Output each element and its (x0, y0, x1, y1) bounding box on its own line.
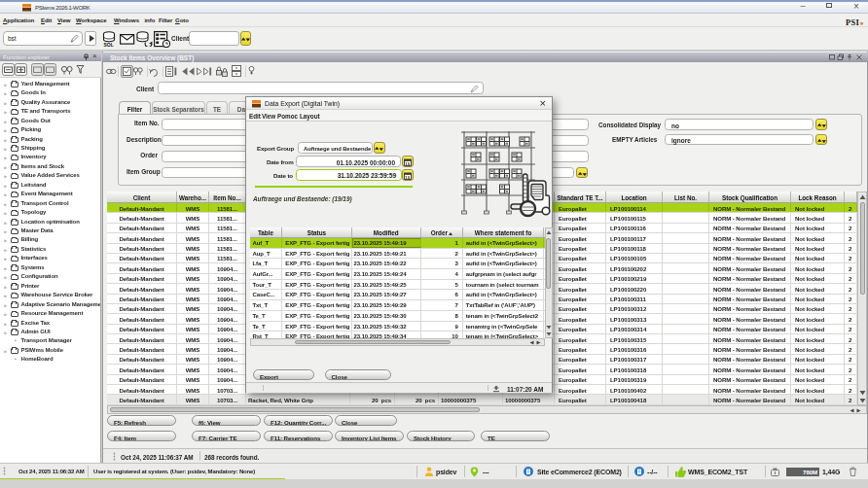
svg-text:10: 10 (405, 175, 410, 180)
svg-text:SQL: SQL (104, 42, 114, 48)
svg-text:10: 10 (405, 161, 410, 166)
